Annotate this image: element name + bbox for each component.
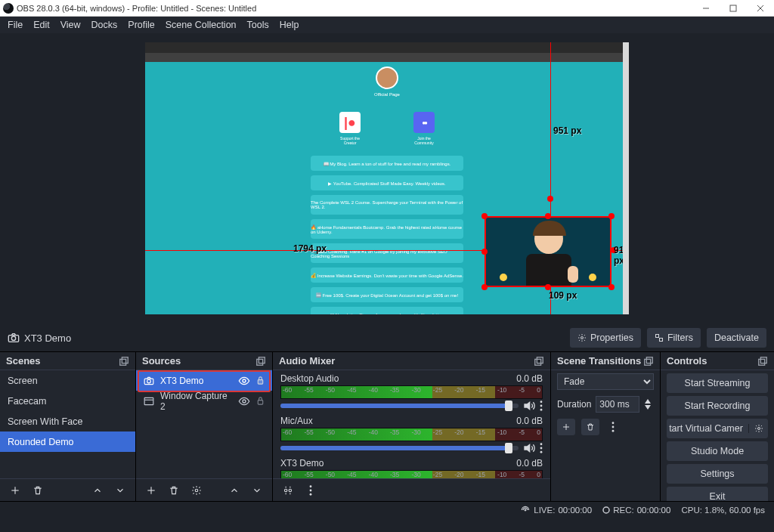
transition-menu-button[interactable] <box>605 419 621 435</box>
popout-icon[interactable] <box>757 356 768 367</box>
window-title: OBS 28.0.3 (64-bit, windows) - Profile: … <box>17 4 256 13</box>
rec-label: REC: <box>613 506 633 515</box>
scene-item[interactable]: Rounded Demo <box>0 431 135 452</box>
sources-title: Sources <box>142 355 181 367</box>
virtual-camera-button[interactable]: tart Virtual Camer <box>667 423 745 434</box>
scene-item[interactable]: Screen With Face <box>0 411 135 431</box>
maximize-button[interactable] <box>720 0 747 17</box>
source-down-button[interactable] <box>249 483 265 498</box>
menu-view[interactable]: View <box>60 20 81 30</box>
duration-input[interactable] <box>596 396 639 413</box>
discord-icon <box>413 112 435 133</box>
transitions-title: Scene Transitions <box>557 355 641 367</box>
close-button[interactable] <box>747 0 774 17</box>
scene-item[interactable]: Screen <box>0 370 135 391</box>
svg-point-38 <box>310 485 312 487</box>
menu-tools[interactable]: Tools <box>247 20 269 30</box>
studio-mode-button[interactable]: Studio Mode <box>667 441 768 461</box>
spin-down-icon[interactable] <box>644 404 652 410</box>
live-time: 00:00:00 <box>558 506 592 515</box>
popout-icon[interactable] <box>534 356 544 367</box>
cam-width-label: 109 px <box>549 290 577 301</box>
svg-rect-51 <box>760 357 766 363</box>
add-scene-button[interactable] <box>8 483 23 498</box>
menu-docks[interactable]: Docks <box>91 20 118 30</box>
source-properties-button[interactable] <box>189 483 204 498</box>
scene-down-button[interactable] <box>113 483 128 498</box>
gear-icon <box>577 333 587 342</box>
exit-button[interactable]: Exit <box>667 487 768 501</box>
menu-bar: File Edit View Docks Profile Scene Colle… <box>0 17 774 33</box>
add-source-button[interactable] <box>144 483 159 498</box>
svg-point-31 <box>540 409 543 411</box>
menu-scene-collection[interactable]: Scene Collection <box>166 20 237 30</box>
channel-menu-button[interactable] <box>540 443 543 453</box>
visibility-toggle[interactable] <box>238 397 250 406</box>
remove-source-button[interactable] <box>166 483 181 498</box>
spin-up-icon[interactable] <box>644 398 652 404</box>
menu-edit[interactable]: Edit <box>33 20 50 30</box>
settings-button[interactable]: Settings <box>667 464 768 484</box>
svg-rect-18 <box>258 380 262 385</box>
menu-profile[interactable]: Profile <box>128 20 154 30</box>
filters-button[interactable]: Filters <box>647 328 701 348</box>
source-up-button[interactable] <box>227 483 242 498</box>
mixer-db-label: 0.0 dB <box>516 458 543 469</box>
scene-item[interactable]: Facecam <box>0 391 135 411</box>
dim-height-label: 951 px <box>553 125 581 136</box>
menu-file[interactable]: File <box>8 20 23 30</box>
svg-marker-44 <box>645 405 651 410</box>
svg-point-35 <box>540 451 543 453</box>
svg-point-48 <box>612 426 615 428</box>
start-streaming-button[interactable]: Start Streaming <box>667 373 768 393</box>
start-recording-button[interactable]: Start Recording <box>667 396 768 416</box>
rec-time: 00:00:00 <box>637 506 671 515</box>
docks: Scenes ScreenFacecamScreen With FaceRoun… <box>0 351 774 501</box>
volume-slider[interactable] <box>280 446 519 450</box>
virtual-camera-settings-button[interactable] <box>748 424 768 433</box>
source-item-xt3[interactable]: XT3 Demo <box>136 370 272 391</box>
menu-help[interactable]: Help <box>280 20 299 30</box>
speaker-icon[interactable] <box>523 443 535 453</box>
svg-point-53 <box>525 509 526 511</box>
svg-point-21 <box>243 400 246 403</box>
preview-canvas[interactable]: Official Page |● Support theCreator Join… <box>145 42 629 314</box>
title-bar: OBS 28.0.3 (64-bit, windows) - Profile: … <box>0 0 774 17</box>
window-icon <box>144 397 154 406</box>
webcam-source[interactable] <box>485 216 611 287</box>
lock-icon[interactable] <box>256 396 265 406</box>
popout-icon[interactable] <box>643 356 654 367</box>
lock-icon[interactable] <box>256 376 265 385</box>
remove-scene-button[interactable] <box>30 483 45 498</box>
mixer-menu-button[interactable] <box>303 483 318 498</box>
speaker-icon[interactable] <box>523 401 535 411</box>
svg-point-34 <box>540 447 543 450</box>
svg-point-33 <box>540 443 543 445</box>
volume-slider[interactable] <box>280 404 519 408</box>
deactivate-button[interactable]: Deactivate <box>707 328 766 348</box>
camera-icon <box>144 376 154 385</box>
remove-transition-button[interactable] <box>581 419 599 435</box>
add-transition-button[interactable] <box>557 419 575 435</box>
svg-rect-13 <box>257 359 263 365</box>
scene-up-button[interactable] <box>90 483 105 498</box>
svg-marker-28 <box>525 402 530 409</box>
source-item-window-capture[interactable]: Window Capture 2 <box>136 391 272 411</box>
visibility-toggle[interactable] <box>238 376 250 385</box>
broadcast-icon <box>520 506 531 515</box>
camera-icon <box>8 332 20 343</box>
properties-button[interactable]: Properties <box>570 328 641 348</box>
popout-icon[interactable] <box>255 356 266 367</box>
svg-point-40 <box>310 493 312 495</box>
svg-rect-1 <box>730 5 736 11</box>
transition-select[interactable]: Fade <box>557 373 654 390</box>
svg-rect-7 <box>655 335 658 338</box>
mixer-settings-button[interactable] <box>280 483 296 498</box>
popout-icon[interactable] <box>119 356 129 367</box>
channel-menu-button[interactable] <box>540 401 543 411</box>
minimize-button[interactable] <box>692 0 720 17</box>
preview-area[interactable]: Official Page |● Support theCreator Join… <box>0 33 774 324</box>
svg-marker-32 <box>525 444 530 451</box>
svg-point-25 <box>195 489 198 492</box>
svg-point-52 <box>757 428 760 430</box>
